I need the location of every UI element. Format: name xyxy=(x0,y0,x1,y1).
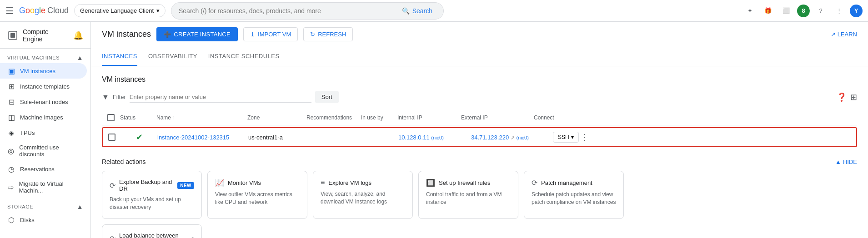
firewall-rules-card[interactable]: 🔲 Set up firewall rules Control traffic … xyxy=(418,171,518,219)
load-balance-icon: ⟳ xyxy=(110,234,115,238)
backup-icon: ⟳ xyxy=(110,181,115,190)
monitor-vms-title: Monitor VMs xyxy=(228,179,261,186)
col-header-in-use-by: In use by xyxy=(361,114,397,121)
page-header: VM instances ➕ CREATE INSTANCE ⤓ IMPORT … xyxy=(91,22,868,47)
content-area: VM instances ▼ Filter Sort ❓ ⊞ Status Na… xyxy=(91,66,868,238)
explore-vm-logs-title: Explore VM logs xyxy=(328,179,371,186)
bell-icon[interactable]: 🔔 xyxy=(73,30,83,40)
search-bar: 🔍 Search xyxy=(171,2,444,20)
load-balance-card[interactable]: ⟳ Load balance between VMs ↗ Set up Load… xyxy=(102,224,202,238)
hide-button[interactable]: ▲ HIDE xyxy=(835,159,857,165)
sparkle-icon[interactable]: ✦ xyxy=(743,4,757,18)
sole-tenant-icon: ⊟ xyxy=(7,98,15,106)
screen-icon[interactable]: ⬜ xyxy=(779,4,793,18)
learn-icon: ↗ xyxy=(831,31,836,38)
chevron-up-icon: ▲ xyxy=(835,159,841,165)
virtual-machines-section: Virtual machines ▲ xyxy=(0,49,90,63)
ssh-chevron-icon[interactable]: ▾ xyxy=(571,134,574,140)
sidebar-item-tpus[interactable]: ◈ TPUs xyxy=(0,125,87,140)
col-header-external-ip: External IP xyxy=(461,114,534,121)
row-instance-name[interactable]: instance-20241002-132315 xyxy=(157,134,248,141)
page-title: VM instances xyxy=(102,30,151,39)
tab-observability[interactable]: OBSERVABILITY xyxy=(148,47,197,66)
row-checkbox[interactable] xyxy=(103,134,121,141)
help-icon[interactable]: ? xyxy=(813,4,828,18)
project-selector[interactable]: Generative Language Client ▾ xyxy=(74,4,166,17)
col-header-recommendations: Recommendations xyxy=(306,114,361,121)
app-layout: Compute Engine 🔔 Virtual machines ▲ ▣ VM… xyxy=(0,22,868,238)
logs-icon: ≡ xyxy=(321,178,325,187)
col-header-name[interactable]: Name ↑ xyxy=(156,114,247,121)
compute-engine-icon xyxy=(7,30,18,41)
columns-icon[interactable]: ⊞ xyxy=(850,92,857,102)
search-input[interactable] xyxy=(179,7,395,15)
monitor-icon: 📈 xyxy=(215,178,224,187)
ssh-button[interactable]: SSH ▾ xyxy=(553,132,579,143)
explore-vm-logs-header: ≡ Explore VM logs xyxy=(321,178,405,187)
refresh-icon: ↻ xyxy=(310,31,315,38)
monitor-vms-card[interactable]: 📈 Monitor VMs View outlier VMs across me… xyxy=(207,171,307,219)
filter-input[interactable] xyxy=(130,92,311,103)
avatar[interactable]: Y xyxy=(850,5,863,17)
firewall-rules-header: 🔲 Set up firewall rules xyxy=(426,178,511,187)
select-all-checkbox[interactable] xyxy=(102,114,120,121)
tab-instance-schedules[interactable]: INSTANCE SCHEDULES xyxy=(208,47,280,66)
menu-icon[interactable]: ☰ xyxy=(5,5,14,16)
google-cloud-logo: Google Cloud xyxy=(19,6,69,15)
sort-button[interactable]: Sort xyxy=(315,91,339,103)
more-options-icon[interactable]: ⋮ xyxy=(832,4,846,18)
sidebar-item-label: Committed use discounts xyxy=(19,144,80,158)
patch-management-card[interactable]: ⟳ Patch management Schedule patch update… xyxy=(524,171,624,219)
patch-icon: ⟳ xyxy=(532,178,537,187)
main-content: VM instances ➕ CREATE INSTANCE ⤓ IMPORT … xyxy=(91,22,868,238)
filter-bar: ▼ Filter Sort ❓ ⊞ xyxy=(102,91,857,103)
internal-ip-nic[interactable]: (nic0) xyxy=(431,135,444,140)
related-actions-title: Related actions xyxy=(102,158,146,165)
sidebar-item-machine-images[interactable]: ◫ Machine images xyxy=(0,109,87,125)
sidebar: Compute Engine 🔔 Virtual machines ▲ ▣ VM… xyxy=(0,22,91,238)
internal-ip-link[interactable]: 10.128.0.11 xyxy=(398,134,430,141)
help-circle-icon[interactable]: ❓ xyxy=(837,92,847,102)
tab-instances[interactable]: INSTANCES xyxy=(102,47,137,66)
col-header-internal-ip: Internal IP xyxy=(397,114,461,121)
external-link-icon: ↗ xyxy=(190,236,194,238)
plus-icon: ➕ xyxy=(164,31,171,38)
sidebar-item-committed-use-discounts[interactable]: ◎ Committed use discounts xyxy=(0,140,87,161)
row-external-ip: 34.71.123.220 ↗ (nic0) xyxy=(471,134,553,141)
sidebar-item-disks[interactable]: ⬡ Disks xyxy=(0,212,87,228)
storage-section-chevron[interactable]: ▲ xyxy=(77,203,83,210)
notification-badge[interactable]: 8 xyxy=(797,5,810,17)
chevron-down-icon: ▾ xyxy=(156,7,160,14)
sidebar-item-label: Reservations xyxy=(20,166,55,173)
sidebar-item-label: Machine images xyxy=(20,114,63,121)
project-selector-label: Generative Language Client xyxy=(80,7,154,14)
external-ip-link[interactable]: 34.71.123.220 xyxy=(471,134,509,141)
vm-section-chevron[interactable]: ▲ xyxy=(77,54,83,61)
action-cards-row2: ⟳ Load balance between VMs ↗ Set up Load… xyxy=(102,224,857,238)
row-more-icon[interactable]: ⋮ xyxy=(581,132,589,142)
sidebar-item-reservations[interactable]: ◷ Reservations xyxy=(0,161,87,177)
sidebar-item-vm-instances[interactable]: ▣ VM instances xyxy=(0,63,87,79)
load-balance-header: ⟳ Load balance between VMs ↗ xyxy=(110,232,194,238)
external-ip-nic: (nic0) xyxy=(516,135,529,140)
import-vm-button[interactable]: ⤓ IMPORT VM xyxy=(243,27,298,41)
explore-backup-card[interactable]: ⟳ Explore Backup and DR NEW Back up your… xyxy=(102,171,202,219)
instance-templates-icon: ⊞ xyxy=(7,82,15,90)
filter-label: Filter xyxy=(113,94,126,100)
create-instance-button[interactable]: ➕ CREATE INSTANCE xyxy=(156,27,238,41)
explore-vm-logs-card[interactable]: ≡ Explore VM logs View, search, analyze,… xyxy=(313,171,413,219)
explore-backup-header: ⟳ Explore Backup and DR NEW xyxy=(110,178,194,192)
sidebar-item-instance-templates[interactable]: ⊞ Instance templates xyxy=(0,79,87,94)
gift-icon[interactable]: 🎁 xyxy=(761,4,775,18)
learn-link[interactable]: ↗ LEARN xyxy=(831,31,857,38)
tpu-icon: ◈ xyxy=(7,129,15,137)
sidebar-item-label: VM instances xyxy=(20,68,55,74)
action-cards-container: ⟳ Explore Backup and DR NEW Back up your… xyxy=(102,171,857,219)
patch-management-header: ⟳ Patch management xyxy=(532,178,616,187)
patch-management-title: Patch management xyxy=(541,179,592,186)
sidebar-item-migrate-vm[interactable]: ⇨ Migrate to Virtual Machin... xyxy=(0,177,87,198)
refresh-button[interactable]: ↻ REFRESH xyxy=(303,27,353,41)
status-green-icon: ✔ xyxy=(136,132,143,142)
search-button[interactable]: 🔍 Search xyxy=(398,5,436,16)
sidebar-item-sole-tenant-nodes[interactable]: ⊟ Sole-tenant nodes xyxy=(0,94,87,109)
